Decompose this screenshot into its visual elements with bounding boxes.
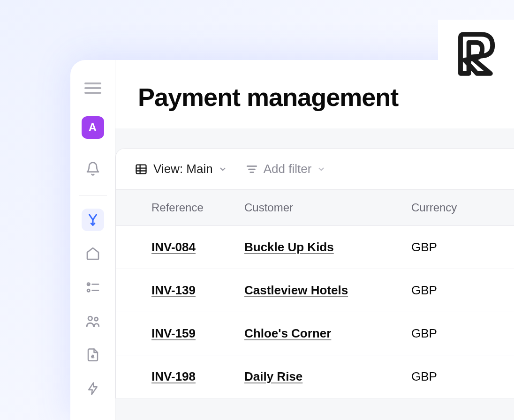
view-selector[interactable]: View: Main: [135, 162, 227, 176]
cell-customer[interactable]: Buckle Up Kids: [237, 240, 404, 255]
table-icon: [135, 163, 148, 176]
column-header-customer[interactable]: Customer: [237, 201, 404, 214]
cell-customer[interactable]: Chloe's Corner: [237, 326, 404, 341]
table-region: View: Main Add filter Reference Customer…: [115, 128, 514, 420]
cell-reference[interactable]: INV-198: [116, 369, 237, 384]
lightning-icon[interactable]: [82, 377, 104, 400]
menu-icon[interactable]: [84, 82, 101, 94]
checklist-icon[interactable]: [82, 276, 104, 299]
cell-currency: GBP: [404, 326, 514, 341]
app-window: A Payment management: [70, 60, 514, 420]
table-row[interactable]: INV-198Daily RiseGBP: [116, 355, 514, 398]
merge-icon[interactable]: [82, 209, 104, 231]
cell-reference[interactable]: INV-159: [116, 326, 237, 341]
revolut-logo: [438, 20, 514, 90]
table-toolbar: View: Main Add filter: [116, 149, 514, 189]
chevron-down-icon: [317, 165, 325, 173]
svg-point-2: [87, 289, 90, 292]
svg-point-4: [88, 316, 92, 321]
table-header-row: Reference Customer Currency: [116, 189, 514, 226]
avatar[interactable]: A: [82, 116, 104, 139]
main-content: Payment management View: Main Add filter: [115, 60, 514, 420]
column-header-currency[interactable]: Currency: [404, 201, 514, 214]
cell-currency: GBP: [404, 283, 514, 298]
r-logo-icon: [450, 28, 502, 82]
sidebar: A: [70, 60, 115, 420]
table-row[interactable]: INV-139Castleview HotelsGBP: [116, 269, 514, 312]
cell-currency: GBP: [404, 369, 514, 384]
people-icon[interactable]: [82, 310, 104, 332]
column-header-reference[interactable]: Reference: [116, 201, 237, 214]
view-label: View: Main: [153, 162, 213, 176]
table-body: INV-084Buckle Up KidsGBPINV-139Castlevie…: [116, 226, 514, 398]
cell-currency: GBP: [404, 240, 514, 255]
table-row[interactable]: INV-159Chloe's CornerGBP: [116, 312, 514, 355]
cell-customer[interactable]: Castleview Hotels: [237, 283, 404, 298]
bell-icon[interactable]: [82, 158, 104, 180]
filter-icon: [246, 163, 258, 175]
sidebar-divider: [79, 195, 107, 195]
svg-rect-6: [136, 165, 146, 173]
chevron-down-icon: [219, 165, 227, 173]
svg-point-5: [94, 317, 98, 321]
table-row[interactable]: INV-084Buckle Up KidsGBP: [116, 226, 514, 269]
home-icon[interactable]: [82, 242, 104, 265]
filter-label: Add filter: [264, 162, 312, 176]
add-filter-button[interactable]: Add filter: [246, 162, 326, 176]
table-card: View: Main Add filter Reference Customer…: [115, 148, 514, 398]
cell-reference[interactable]: INV-084: [116, 240, 237, 255]
document-pound-icon[interactable]: [82, 344, 104, 366]
cell-reference[interactable]: INV-139: [116, 283, 237, 298]
cell-customer[interactable]: Daily Rise: [237, 369, 404, 384]
